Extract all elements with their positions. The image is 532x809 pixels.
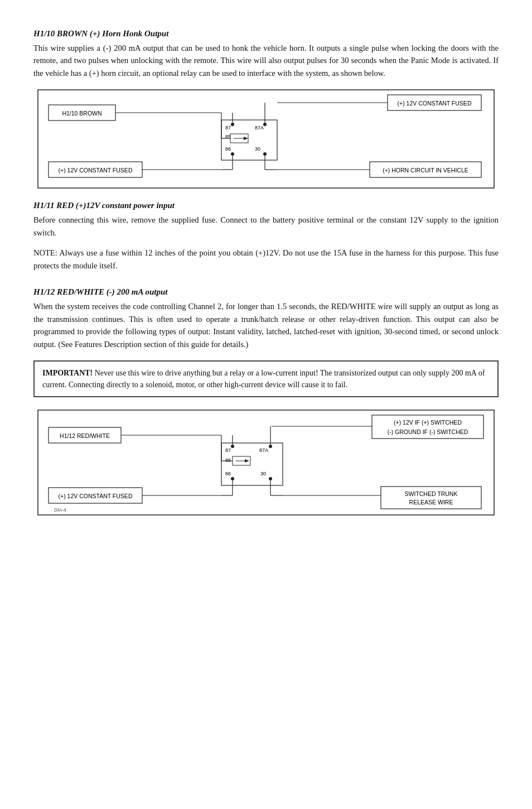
section-h1-12-body: When the system receives the code contro… — [33, 300, 499, 350]
important-text: Never use this wire to drive anything bu… — [42, 369, 485, 389]
important-box: IMPORTANT! Never use this wire to drive … — [33, 360, 499, 397]
svg-text:87A: 87A — [255, 125, 264, 131]
svg-text:(+) 12V CONSTANT FUSED: (+) 12V CONSTANT FUSED — [59, 493, 133, 499]
svg-text:(+) 12V CONSTANT FUSED: (+) 12V CONSTANT FUSED — [398, 100, 472, 107]
section-h1-11: H1/11 RED (+)12V constant power input Be… — [33, 201, 499, 239]
section-h1-11-body: Before connecting this wire, remove the … — [33, 214, 499, 239]
diagram2-svg: H1/12 RED/WHITE (+) 12V IF (+) SWITCHED … — [37, 410, 495, 516]
svg-text:H1/12 RED/WHITE: H1/12 RED/WHITE — [60, 432, 110, 439]
svg-text:(+) 12V IF (+) SWITCHED: (+) 12V IF (+) SWITCHED — [394, 419, 462, 426]
svg-text:87A: 87A — [259, 447, 268, 453]
svg-text:SWITCHED TRUNK: SWITCHED TRUNK — [405, 490, 458, 497]
svg-text:30: 30 — [255, 146, 260, 152]
svg-point-17 — [263, 123, 267, 126]
svg-text:86: 86 — [225, 471, 231, 476]
svg-text:(-) GROUND IF (-) SWITCHED: (-) GROUND IF (-) SWITCHED — [388, 428, 468, 435]
svg-point-25 — [231, 152, 234, 156]
svg-point-61 — [231, 477, 234, 480]
section-h1-11-note: NOTE: Always use a fuse within 12 inches… — [33, 247, 499, 272]
svg-text:(+) 12V CONSTANT FUSED: (+) 12V CONSTANT FUSED — [59, 167, 133, 174]
svg-point-28 — [263, 152, 267, 156]
svg-text:(+) HORN CIRCUIT IN VEHICLE: (+) HORN CIRCUIT IN VEHICLE — [383, 167, 468, 174]
svg-point-53 — [269, 445, 272, 448]
section-h1-11-title: H1/11 RED (+)12V constant power input — [33, 201, 499, 210]
svg-text:H1/10 BROWN: H1/10 BROWN — [62, 110, 101, 117]
important-label: IMPORTANT! — [42, 369, 93, 377]
svg-text:30: 30 — [260, 471, 266, 476]
svg-text:87: 87 — [225, 125, 231, 131]
svg-point-52 — [231, 445, 234, 448]
svg-text:DIA-4: DIA-4 — [54, 507, 66, 513]
section-h1-12-title: H1/12 RED/WHITE (-) 200 mA output — [33, 287, 499, 297]
svg-text:86: 86 — [225, 146, 231, 152]
svg-text:87: 87 — [225, 447, 231, 453]
diagram2: H1/12 RED/WHITE (+) 12V IF (+) SWITCHED … — [37, 410, 495, 516]
svg-point-64 — [269, 477, 272, 480]
section-h1-12: H1/12 RED/WHITE (-) 200 mA output When t… — [33, 287, 499, 350]
svg-point-16 — [231, 123, 234, 126]
svg-rect-42 — [381, 487, 481, 509]
section-h1-10-body: This wire supplies a (-) 200 mA output t… — [33, 42, 499, 79]
diagram1: H1/10 BROWN (+) 12V CONSTANT FUSED (+) 1… — [37, 89, 495, 189]
section-h1-10-title: H1/10 BROWN (+) Horn Honk Output — [33, 29, 499, 38]
diagram1-svg: H1/10 BROWN (+) 12V CONSTANT FUSED (+) 1… — [37, 89, 495, 189]
svg-text:RELEASE WIRE: RELEASE WIRE — [409, 499, 453, 505]
svg-text:85: 85 — [225, 458, 231, 463]
